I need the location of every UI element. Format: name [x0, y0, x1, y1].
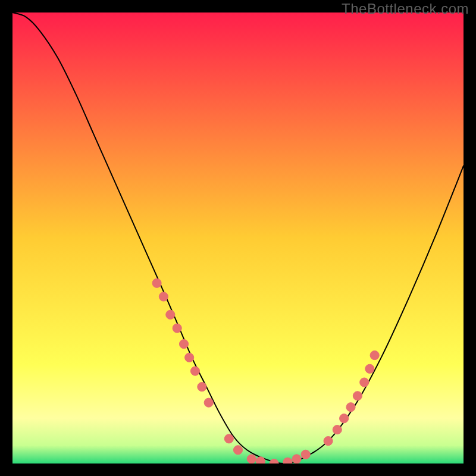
data-marker [224, 434, 233, 443]
data-marker [173, 324, 181, 333]
bottleneck-chart [12, 12, 464, 464]
data-marker [365, 364, 374, 373]
data-marker [324, 437, 333, 446]
data-marker [301, 450, 310, 459]
data-marker [204, 398, 213, 407]
data-marker [152, 278, 161, 287]
data-marker [159, 292, 168, 301]
data-marker [340, 414, 349, 423]
watermark-text: TheBottleneck.com [342, 1, 469, 17]
data-marker [198, 383, 206, 392]
data-marker [292, 455, 301, 464]
data-marker [370, 351, 379, 360]
chart-frame: TheBottleneck.com [0, 0, 476, 476]
data-marker [333, 425, 342, 434]
data-marker [247, 455, 256, 464]
data-marker [256, 457, 265, 464]
data-marker [179, 340, 188, 349]
data-marker [166, 310, 175, 319]
data-marker [353, 392, 362, 400]
data-marker [185, 353, 194, 362]
gradient-background [12, 12, 464, 464]
data-marker [233, 446, 242, 455]
data-marker [346, 403, 355, 412]
data-marker [190, 367, 199, 375]
data-marker [360, 378, 369, 387]
